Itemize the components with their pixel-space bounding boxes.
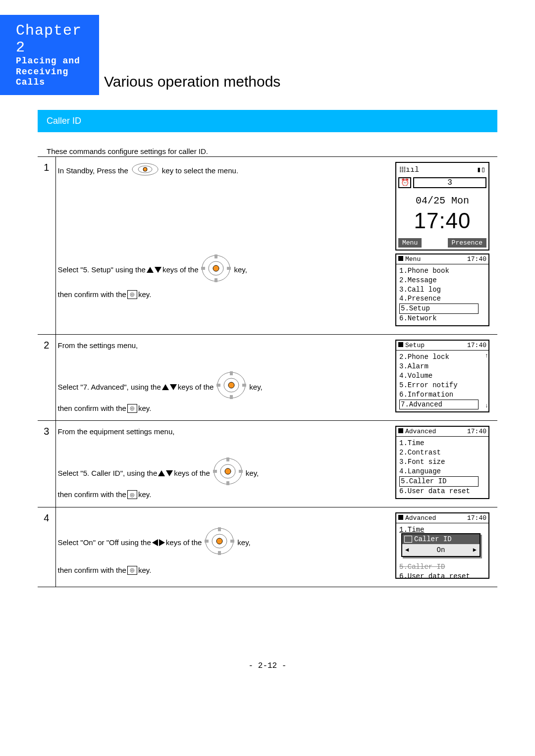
list-item[interactable]: 6.Information bbox=[399, 390, 485, 400]
joystick-icon bbox=[205, 527, 234, 558]
joystick-icon bbox=[131, 162, 159, 180]
steps-table: 1 In Standby, Press the key to select th… bbox=[38, 156, 497, 587]
text: key, bbox=[246, 467, 259, 479]
confirm-key-icon: ◎ bbox=[127, 490, 137, 499]
page-footer: - 2-12 - bbox=[0, 661, 535, 685]
svg-rect-22 bbox=[213, 470, 217, 473]
popup-title-text: Caller ID bbox=[414, 535, 452, 543]
step-number: 3 bbox=[38, 421, 55, 507]
screen-time: 17:40 bbox=[467, 342, 486, 349]
list-item[interactable]: 1.Time bbox=[399, 439, 485, 448]
list-item-selected[interactable]: 5.Caller ID bbox=[399, 476, 479, 487]
list-item[interactable]: 3.Call log bbox=[399, 285, 485, 295]
svg-point-26 bbox=[216, 538, 222, 544]
alarm-icon: ⏰ bbox=[398, 177, 411, 188]
list-item[interactable]: 2.Contrast bbox=[399, 448, 485, 457]
scroll-down-icon[interactable]: ↓ bbox=[485, 403, 488, 409]
step-row: 1 In Standby, Press the key to select th… bbox=[38, 156, 497, 334]
joystick-icon bbox=[213, 457, 243, 489]
chapter-subtitle-1: Placing and bbox=[16, 56, 99, 67]
svg-point-5 bbox=[213, 265, 219, 271]
intro-text: These commands configure settings for ca… bbox=[47, 147, 497, 155]
popup-value: On bbox=[437, 546, 445, 554]
standby-time: 17:40 bbox=[396, 206, 488, 238]
text: keys of the bbox=[162, 264, 199, 276]
standby-date: 04/25 Mon bbox=[396, 189, 488, 206]
standby-screen: 𝍖ııl ▮▯ ⏰ 3 04/25 Mon 17:40 Menu Presenc… bbox=[395, 162, 489, 251]
svg-rect-7 bbox=[214, 278, 217, 282]
list-item[interactable]: 4.Presence bbox=[399, 294, 485, 303]
list-item: 5.Caller ID bbox=[399, 562, 485, 572]
scroll-up-icon[interactable]: ↑ bbox=[485, 353, 488, 359]
text: key, bbox=[249, 381, 262, 393]
list-item[interactable]: 6.User data reset bbox=[399, 572, 485, 581]
screen-title: Advanced bbox=[405, 428, 436, 435]
screen-title: Menu bbox=[405, 255, 421, 263]
caller-id-popup: Caller ID ◀ On ▶ bbox=[401, 533, 481, 557]
chapter-subtitle-2: Receiving Calls bbox=[16, 67, 99, 88]
list-item[interactable]: 6.Network bbox=[399, 314, 485, 323]
chapter-banner-left: Chapter 2 Placing and Receiving Calls bbox=[0, 15, 99, 95]
softkey-menu[interactable]: Menu bbox=[398, 238, 422, 248]
softkey-presence[interactable]: Presence bbox=[448, 238, 486, 248]
text: key. bbox=[138, 564, 151, 576]
svg-rect-15 bbox=[216, 384, 220, 387]
text: Select "7. Advanced", using the bbox=[58, 381, 161, 393]
svg-rect-13 bbox=[230, 371, 233, 375]
setup-screen: Setup 17:40 2.Phone lock 3.Alarm 4.Volum… bbox=[395, 340, 489, 412]
screen-time: 17:40 bbox=[467, 255, 486, 263]
text: key. bbox=[138, 289, 151, 301]
battery-icon: ▮▯ bbox=[477, 165, 485, 174]
confirm-key-icon: ◎ bbox=[127, 404, 137, 413]
screen-time: 17:40 bbox=[467, 428, 486, 435]
svg-rect-28 bbox=[218, 551, 221, 555]
step-number: 2 bbox=[38, 335, 55, 421]
svg-rect-6 bbox=[214, 254, 217, 258]
text: keys of the bbox=[166, 537, 202, 549]
text: key to select the menu. bbox=[162, 165, 238, 177]
list-item[interactable]: 1.Phone book bbox=[399, 266, 485, 276]
down-arrow-icon bbox=[170, 384, 177, 390]
list-item[interactable]: 3.Alarm bbox=[399, 362, 485, 371]
svg-rect-27 bbox=[218, 527, 221, 531]
text: then confirm with the bbox=[58, 403, 126, 414]
popup-icon bbox=[404, 536, 412, 543]
svg-rect-9 bbox=[227, 267, 231, 270]
list-item[interactable]: 4.Volume bbox=[399, 371, 485, 381]
text: Select "5. Caller ID", using the bbox=[58, 467, 158, 479]
svg-rect-29 bbox=[205, 540, 209, 543]
list-item[interactable]: 2.Phone lock bbox=[399, 353, 485, 362]
down-arrow-icon bbox=[155, 267, 161, 273]
step-number: 1 bbox=[38, 156, 55, 334]
list-item[interactable]: 3.Font size bbox=[399, 457, 485, 467]
step-row: 3 From the equipment settings menu, Sele… bbox=[38, 421, 497, 507]
svg-rect-16 bbox=[242, 384, 246, 387]
screen-title: Setup bbox=[405, 342, 425, 349]
list-item-selected[interactable]: 5.Setup bbox=[399, 303, 479, 314]
popup-left-arrow[interactable]: ◀ bbox=[405, 546, 409, 554]
menu-marker-icon bbox=[398, 428, 403, 433]
svg-point-19 bbox=[225, 468, 231, 474]
step-figure: Setup 17:40 2.Phone lock 3.Alarm 4.Volum… bbox=[393, 335, 497, 421]
up-arrow-icon bbox=[158, 470, 165, 476]
list-item[interactable]: 5.Error notify bbox=[399, 381, 485, 390]
list-item[interactable]: 6.User data reset bbox=[399, 487, 485, 496]
text: From the settings menu, bbox=[58, 340, 138, 352]
text: key. bbox=[138, 403, 151, 414]
popup-right-arrow[interactable]: ▶ bbox=[473, 546, 477, 554]
menu-screen: Menu 17:40 1.Phone book 2.Message 3.Call… bbox=[395, 253, 489, 326]
up-arrow-icon bbox=[162, 384, 169, 390]
step-figure: Advanced 17:40 1.Time 2.Contrast 3.Font … bbox=[393, 421, 497, 507]
svg-rect-8 bbox=[201, 267, 205, 270]
down-arrow-icon bbox=[166, 470, 173, 476]
screen-time: 17:40 bbox=[467, 514, 486, 522]
svg-rect-30 bbox=[230, 540, 234, 543]
list-item[interactable]: 4.Language bbox=[399, 467, 485, 476]
text: In Standby, Press the bbox=[58, 165, 128, 177]
advanced-screen: Advanced 17:40 1.Time 2.Contrast 3.Font … bbox=[395, 426, 489, 499]
text: From the equipment settings menu, bbox=[58, 426, 175, 438]
list-item[interactable]: 2.Message bbox=[399, 276, 485, 285]
list-item-selected[interactable]: 7.Advanced bbox=[399, 400, 479, 410]
step-figure: Advanced 17:40 1.Time 5.Caller ID 6.User… bbox=[393, 507, 497, 587]
step-instructions: From the equipment settings menu, Select… bbox=[55, 421, 393, 507]
